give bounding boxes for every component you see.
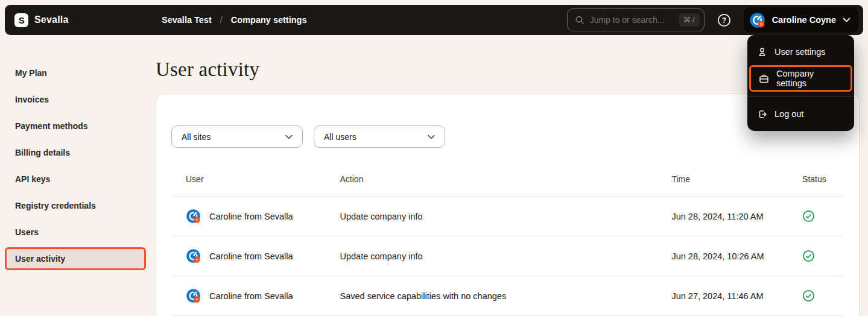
sites-filter-value: All sites <box>182 132 211 142</box>
table-row: Caroline from Sevalla Saved service capa… <box>173 276 843 316</box>
avatar <box>186 209 201 224</box>
row-time: Jun 28, 2024, 10:26 AM <box>658 236 789 276</box>
brand-name: Sevalla <box>34 14 69 25</box>
row-action: Saved service capabilities with no chang… <box>327 276 659 316</box>
breadcrumb-page: Company settings <box>231 15 307 25</box>
menu-item-label: User settings <box>775 47 826 57</box>
sidebar-item-user-activity[interactable]: User activity <box>5 247 146 270</box>
chevron-down-icon <box>285 134 293 139</box>
page-title: User activity <box>156 58 259 81</box>
table-row: Caroline from Sevalla Update company inf… <box>173 197 843 236</box>
success-check-icon <box>802 289 815 302</box>
column-header-action: Action <box>327 148 659 197</box>
menu-item-company-settings[interactable]: Company settings <box>749 65 852 92</box>
table-row: Caroline from Sevalla Update company inf… <box>173 236 843 276</box>
sidebar-item-payment-methods[interactable]: Payment methods <box>0 115 151 137</box>
row-user-name: Caroline from Sevalla <box>209 251 293 261</box>
success-check-icon <box>802 250 815 262</box>
avatar <box>749 12 765 28</box>
sites-filter-select[interactable]: All sites <box>171 125 303 148</box>
breadcrumb-company[interactable]: Sevalla Test <box>162 15 212 25</box>
sidebar-item-api-keys[interactable]: API keys <box>0 168 151 191</box>
logout-icon <box>757 109 767 119</box>
brand[interactable]: S Sevalla <box>14 13 69 27</box>
search-icon <box>575 15 584 25</box>
global-search[interactable]: ⌘ / <box>567 8 705 31</box>
row-user-name: Caroline from Sevalla <box>209 291 293 301</box>
topbar: S Sevalla Sevalla Test / Company setting… <box>5 5 863 35</box>
sidebar-item-registry-credentials[interactable]: Registry credentials <box>0 194 151 217</box>
success-check-icon <box>802 210 815 223</box>
user-menu-button[interactable]: Caroline Coyne <box>744 7 858 33</box>
breadcrumb-separator: / <box>220 15 223 25</box>
sidebar-item-users[interactable]: Users <box>0 221 151 244</box>
chevron-down-icon <box>843 17 851 22</box>
user-icon <box>757 47 767 57</box>
activity-table: User Action Time Status <box>173 148 843 316</box>
avatar <box>186 288 201 303</box>
column-header-status: Status <box>789 148 843 197</box>
chevron-down-icon <box>428 134 435 139</box>
users-filter-select[interactable]: All users <box>314 125 445 148</box>
sevalla-logo-icon: S <box>14 13 28 27</box>
user-name: Caroline Coyne <box>772 15 836 25</box>
row-action: Update company info <box>327 236 659 276</box>
user-menu: User settings Company settings Log out <box>747 35 854 131</box>
menu-item-label: Company settings <box>776 69 843 88</box>
row-action: Update company info <box>327 197 659 236</box>
sidebar-item-invoices[interactable]: Invoices <box>0 88 151 111</box>
table-header-row: User Action Time Status <box>173 148 843 197</box>
avatar <box>186 248 201 264</box>
help-button[interactable]: ? <box>717 13 731 27</box>
sidebar-item-my-plan[interactable]: My Plan <box>0 62 151 84</box>
menu-divider <box>747 96 854 96</box>
column-header-time: Time <box>658 148 789 197</box>
question-mark-icon: ? <box>717 13 731 27</box>
menu-item-log-out[interactable]: Log out <box>747 101 854 127</box>
search-input[interactable] <box>590 15 673 25</box>
svg-text:?: ? <box>721 16 726 24</box>
breadcrumb: Sevalla Test / Company settings <box>162 5 306 35</box>
search-shortcut-hint: ⌘ / <box>679 13 700 27</box>
column-header-user: User <box>173 148 327 197</box>
settings-sidebar: My Plan Invoices Payment methods Billing… <box>0 62 151 274</box>
menu-item-label: Log out <box>775 109 803 119</box>
menu-item-user-settings[interactable]: User settings <box>747 39 854 65</box>
row-user-name: Caroline from Sevalla <box>209 212 293 221</box>
users-filter-value: All users <box>324 132 356 142</box>
row-time: Jun 28, 2024, 11:20 AM <box>658 197 789 236</box>
sidebar-item-billing-details[interactable]: Billing details <box>0 141 151 164</box>
briefcase-icon <box>759 74 769 84</box>
row-time: Jun 27, 2024, 11:46 AM <box>658 276 789 316</box>
